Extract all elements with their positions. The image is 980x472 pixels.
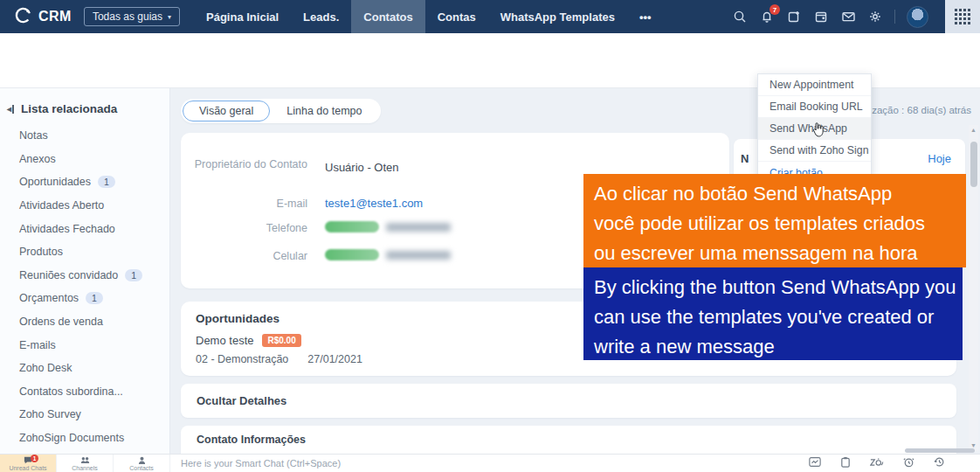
- sidebar-item-label: Zoho Desk: [19, 362, 72, 374]
- sidebar-title: Lista relacionada: [21, 102, 117, 115]
- menu-item-new-appointment[interactable]: New Appointment: [758, 74, 871, 96]
- sidebar-item-produtos[interactable]: Produtos: [0, 240, 169, 264]
- navbar-right: 7: [732, 0, 980, 33]
- sidebar-item-label: Contatos subordina...: [19, 385, 123, 398]
- clipboard-icon[interactable]: [840, 455, 851, 471]
- sidebar-item-label: Reuniões convidado: [19, 269, 118, 281]
- navbar-divider: [894, 10, 895, 24]
- search-icon[interactable]: [732, 9, 748, 24]
- scroll-up-icon[interactable]: ▲: [969, 125, 978, 135]
- today-link[interactable]: Hoje: [928, 152, 951, 165]
- nav-item-contas[interactable]: Contas: [425, 0, 488, 33]
- annotation-line: você pode utilizar os templates criados: [594, 209, 956, 239]
- menu-item-email-booking-url[interactable]: Email Booking URL: [758, 96, 871, 118]
- sidebar-item-oportunidades[interactable]: Oportunidades1: [0, 170, 169, 194]
- mobile-field-value-blurred: [325, 247, 451, 260]
- annotation-line: Ao clicar no botão Send WhatsApp: [594, 179, 956, 209]
- chat-tab-unread[interactable]: 1 Unread Chats: [0, 455, 57, 472]
- phone-field-value-blurred: [325, 219, 451, 233]
- blurred-mobile-number: [386, 251, 451, 260]
- sidebar-item-label: Orçamentos: [19, 292, 79, 304]
- chat-tab-contacts[interactable]: Contacts: [114, 455, 170, 472]
- compose-note-icon[interactable]: [786, 9, 802, 24]
- sidebar-item-anexos[interactable]: Anexos: [0, 148, 169, 171]
- deal-amount-badge: R$0.00: [262, 334, 300, 347]
- sidebar-item-label: Atividades Aberto: [19, 199, 104, 212]
- smart-chat-input[interactable]: Here is your Smart Chat (Ctrl+Space): [170, 455, 809, 472]
- sidebar-item-label: Ordens de venda: [19, 316, 103, 328]
- sidebar-item-zoho-desk[interactable]: Zoho Desk: [0, 357, 169, 380]
- sidebar-item-zoho-survey[interactable]: Zoho Survey: [0, 403, 169, 427]
- sidebar-item-label: Zoho Survey: [19, 408, 81, 420]
- sidebar-item-label: Produtos: [19, 246, 63, 258]
- settings-gear-icon[interactable]: [867, 9, 883, 24]
- sidebar-item-label: ZohoSign Documents: [19, 432, 124, 444]
- sidebar-item-orcamentos[interactable]: Orçamentos1: [0, 287, 169, 310]
- opportunities-title: Oportunidades: [196, 312, 280, 325]
- related-list-sidebar: ◂ Lista relacionada Notas Anexos Oportun…: [0, 88, 170, 454]
- top-navbar: CRM Todas as guias ▾ Página Inicial Lead…: [0, 0, 980, 33]
- sidebar-item-label: Notas: [19, 129, 48, 142]
- annotation-line: ou escrever uma menssagem na hora: [594, 239, 956, 267]
- chat-tab-channels[interactable]: Channels: [57, 455, 114, 472]
- tab-visao-geral[interactable]: Visão geral: [183, 101, 270, 121]
- hide-details-section[interactable]: Ocultar Detalhes: [181, 384, 956, 418]
- nav-item-whatsapp-templates[interactable]: WhatsApp Templates: [488, 0, 627, 33]
- calendar-icon[interactable]: [813, 9, 829, 24]
- mobile-field-label: Celular: [181, 249, 307, 264]
- deal-name[interactable]: Demo teste: [196, 334, 253, 347]
- smart-chat-bar: 1 Unread Chats Channels Contacts Here is…: [0, 454, 980, 472]
- sidebar-item-zohosign-documents[interactable]: ZohoSign Documents: [0, 427, 169, 450]
- nav-item-contatos[interactable]: Contatos: [351, 0, 424, 33]
- sidebar-item-ordens-de-venda[interactable]: Ordens de venda: [0, 310, 169, 334]
- sidebar-item-contatos-subordinados[interactable]: Contatos subordina...: [0, 380, 169, 404]
- nav-menu: Página Inicial Leads. Contatos Contas Wh…: [194, 0, 664, 33]
- annotation-line: By clicking the button Send WhatsApp you: [594, 273, 952, 302]
- owner-field-value: Usuário - Oten: [325, 161, 399, 174]
- deal-stage: 02 - Demonstração: [196, 353, 288, 365]
- caret-down-icon: ▾: [168, 13, 171, 21]
- sidebar-item-label: E-mails: [19, 339, 56, 351]
- contact-information-section[interactable]: Contato Informações: [181, 426, 956, 454]
- unread-count-badge: 1: [31, 455, 38, 462]
- horizontal-scrollbar-thumb[interactable]: [905, 448, 975, 453]
- count-badge: 1: [125, 269, 142, 281]
- menu-item-send-with-zoho-sign[interactable]: Send with Zoho Sign: [758, 140, 871, 162]
- zoho-logo-icon: [14, 6, 32, 28]
- alarm-clock-icon[interactable]: [903, 455, 914, 471]
- deal-date: 27/01/2021: [307, 353, 362, 365]
- whatsapp-status-pill: [325, 249, 379, 260]
- collapse-sidebar-icon[interactable]: ◂: [7, 105, 14, 114]
- mouse-cursor-hand-icon: [811, 121, 825, 138]
- sidebar-item-notas[interactable]: Notas: [0, 124, 169, 148]
- deal-row[interactable]: Demo teste R$0.00: [196, 334, 301, 347]
- contacts-person-icon: [138, 456, 146, 464]
- logo-text: CRM: [38, 9, 72, 24]
- nav-item-pagina-inicial[interactable]: Página Inicial: [194, 0, 291, 33]
- apps-grid-icon[interactable]: [945, 0, 980, 33]
- channels-people-icon: [80, 456, 90, 464]
- sidebar-item-reunioes-convidado[interactable]: Reuniões convidado1: [0, 264, 169, 288]
- scrollbar-thumb[interactable]: [970, 142, 977, 187]
- tab-linha-do-tempo[interactable]: Linha do tempo: [270, 101, 378, 121]
- view-tabs: Visão geral Linha do tempo: [181, 99, 381, 123]
- sidebar-item-emails[interactable]: E-mails: [0, 333, 169, 357]
- mail-icon[interactable]: [840, 9, 856, 24]
- zia-assistant-icon[interactable]: [870, 455, 884, 471]
- user-avatar[interactable]: [907, 6, 928, 28]
- all-tabs-dropdown[interactable]: Todas as guias ▾: [84, 7, 180, 26]
- hide-details-label: Ocultar Detalhes: [197, 394, 286, 407]
- nav-item-more[interactable]: •••: [627, 0, 664, 33]
- sidebar-item-atividades-fechado[interactable]: Atividades Fechado: [0, 217, 169, 240]
- chat-bubble-icon: 1: [24, 456, 32, 464]
- nav-item-leads[interactable]: Leads.: [291, 0, 351, 33]
- chat-toolbar-icons: [809, 455, 980, 472]
- email-field-value[interactable]: teste1@teste1.com: [325, 197, 423, 210]
- activity-report-icon[interactable]: [809, 455, 821, 471]
- zoho-crm-logo[interactable]: CRM: [0, 6, 84, 28]
- vertical-scrollbar[interactable]: ▲ ▼: [969, 125, 978, 451]
- notifications-bell-icon[interactable]: 7: [759, 9, 775, 24]
- sidebar-item-atividades-aberto[interactable]: Atividades Aberto: [0, 194, 169, 218]
- history-icon[interactable]: [934, 455, 945, 471]
- chat-tab-label: Channels: [72, 465, 98, 471]
